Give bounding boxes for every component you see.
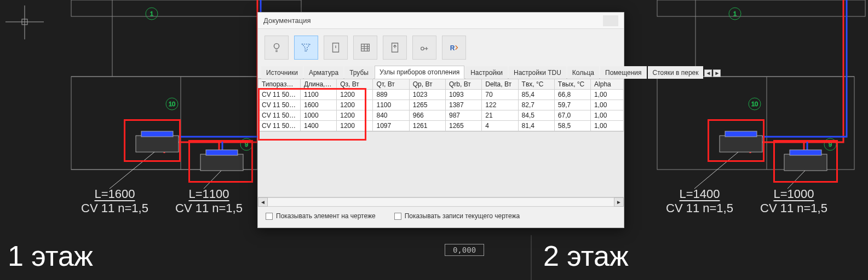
table-cell[interactable]: CV 11 500... <box>258 100 301 110</box>
dialog-titlebar[interactable]: Документация <box>258 13 624 29</box>
tab-risers[interactable]: Стояки в перек <box>648 66 704 79</box>
col-qt[interactable]: Qт, Вт <box>373 79 409 90</box>
checkbox-icon <box>394 213 401 220</box>
table-cell[interactable]: 85,4 <box>518 90 554 100</box>
table-cell[interactable]: 1200 <box>337 100 373 110</box>
table-row[interactable]: CV 11 500...100012008409669872184,567,01… <box>258 110 624 121</box>
export-icon[interactable] <box>383 36 407 60</box>
table-cell[interactable]: 66,8 <box>554 90 590 100</box>
svg-text:10: 10 <box>169 101 175 107</box>
checkbox-label: Показывать элемент на чертеже <box>276 212 376 220</box>
svg-rect-19 <box>206 150 238 155</box>
table-cell[interactable]: 1093 <box>446 90 482 100</box>
table-row[interactable]: CV 11 500...14001200109712611265481,458,… <box>258 121 624 131</box>
table-cell[interactable]: 1,00 <box>591 90 624 100</box>
svg-rect-18 <box>200 154 243 171</box>
diagram-icon[interactable] <box>412 36 436 60</box>
table-cell[interactable]: 67,0 <box>554 110 590 121</box>
table-cell[interactable]: 84,5 <box>518 110 554 121</box>
horizontal-scrollbar[interactable]: ◄ ► <box>258 197 624 207</box>
table-icon[interactable] <box>353 36 377 60</box>
tab-rings[interactable]: Кольца <box>567 66 599 79</box>
table-cell[interactable]: 1387 <box>446 100 482 110</box>
close-button[interactable] <box>603 15 618 26</box>
data-grid[interactable]: Типоразмер Длина, мм Qз, Вт Qт, Вт Qр, В… <box>258 79 624 197</box>
revit-icon[interactable]: R <box>442 36 466 60</box>
scroll-left-icon[interactable]: ◄ <box>258 197 268 207</box>
table-cell[interactable]: 1023 <box>409 90 445 100</box>
tab-settings[interactable]: Настройки <box>465 66 508 79</box>
table-cell[interactable]: 966 <box>409 110 445 121</box>
col-qrb[interactable]: Qrb, Вт <box>446 79 482 90</box>
tab-pipes[interactable]: Трубы <box>344 66 373 79</box>
table-cell[interactable]: 1400 <box>300 121 336 131</box>
warning-icon[interactable] <box>324 36 348 60</box>
floor-2-label: 2 этаж <box>543 240 629 272</box>
table-cell[interactable]: 4 <box>482 121 518 131</box>
checkbox-show-current-only[interactable]: Показывать записи текущего чертежа <box>394 212 520 220</box>
table-cell[interactable]: 1097 <box>373 121 409 131</box>
radiator-length: L=1400 <box>666 187 733 201</box>
svg-text:1: 1 <box>150 10 153 17</box>
col-type[interactable]: Типоразмер <box>258 79 301 90</box>
table-cell[interactable]: 987 <box>446 110 482 121</box>
lamp-icon[interactable] <box>265 36 289 60</box>
table-cell[interactable]: 840 <box>373 110 409 121</box>
table-cell[interactable]: 1,00 <box>591 110 624 121</box>
table-cell[interactable]: 81,4 <box>518 121 554 131</box>
table-cell[interactable]: 1100 <box>373 100 409 110</box>
table-cell[interactable]: 1,00 <box>591 121 624 131</box>
dialog-title: Документация <box>263 16 311 25</box>
table-cell[interactable]: 889 <box>373 90 409 100</box>
col-alpha[interactable]: Alpha <box>591 79 624 90</box>
table-cell[interactable]: 21 <box>482 110 518 121</box>
tab-scroll-right-icon[interactable]: ► <box>713 69 721 77</box>
table-cell[interactable]: 1600 <box>300 100 336 110</box>
table-cell[interactable]: 1200 <box>337 110 373 121</box>
table-cell[interactable]: 1,00 <box>591 100 624 110</box>
table-cell[interactable]: 70 <box>482 90 518 100</box>
table-cell[interactable]: 1200 <box>337 121 373 131</box>
tab-fittings[interactable]: Арматура <box>304 66 343 79</box>
filter-icon[interactable] <box>294 36 318 60</box>
table-cell[interactable]: 1261 <box>409 121 445 131</box>
table-cell[interactable]: CV 11 500... <box>258 90 301 100</box>
svg-point-39 <box>274 44 279 49</box>
radiator-label: L=1100 CV 11 n=1,5 <box>175 187 243 215</box>
tab-scroll-left-icon[interactable]: ◄ <box>704 69 712 77</box>
tab-rooms[interactable]: Помещения <box>600 66 646 79</box>
col-tin[interactable]: Tвх, °C <box>518 79 554 90</box>
table-cell[interactable]: 82,7 <box>518 100 554 110</box>
col-qp[interactable]: Qр, Вт <box>409 79 445 90</box>
table-cell[interactable]: CV 11 500... <box>258 110 301 121</box>
table-row[interactable]: CV 11 500...11001200889102310937085,466,… <box>258 90 624 100</box>
col-delta[interactable]: Delta, Вт <box>482 79 518 90</box>
table-row[interactable]: CV 11 500...1600120011001265138712282,75… <box>258 100 624 110</box>
table-cell[interactable]: 1100 <box>300 90 336 100</box>
scroll-track[interactable] <box>268 197 614 207</box>
table-cell[interactable]: CV 11 500... <box>258 121 301 131</box>
table-cell[interactable]: 122 <box>482 100 518 110</box>
floor-1-label: 1 этаж <box>8 240 93 272</box>
tab-settings-tdu[interactable]: Настройки TDU <box>509 66 566 79</box>
checkbox-show-on-drawing[interactable]: Показывать элемент на чертеже <box>266 212 376 220</box>
table-cell[interactable]: 58,5 <box>554 121 590 131</box>
grid-empty-area <box>258 131 624 197</box>
radiator-length: L=1100 <box>175 187 243 201</box>
col-qz[interactable]: Qз, Вт <box>337 79 373 90</box>
col-length[interactable]: Длина, мм <box>300 79 336 90</box>
tab-heating-nodes[interactable]: Узлы приборов отопления <box>375 66 464 79</box>
table-cell[interactable]: 1000 <box>300 110 336 121</box>
scroll-right-icon[interactable]: ► <box>614 197 624 207</box>
table-cell[interactable]: 1265 <box>409 100 445 110</box>
table-cell[interactable]: 1265 <box>446 121 482 131</box>
col-tout[interactable]: Tвых, °C <box>554 79 590 90</box>
checkbox-icon <box>266 213 273 220</box>
svg-line-37 <box>694 152 738 189</box>
table-cell[interactable]: 1200 <box>337 90 373 100</box>
tab-sources[interactable]: Источники <box>261 66 303 79</box>
svg-rect-40 <box>361 44 370 51</box>
table-cell[interactable]: 59,7 <box>554 100 590 110</box>
grid-header-row: Типоразмер Длина, мм Qз, Вт Qт, Вт Qр, В… <box>258 79 624 90</box>
radiator-type: CV 11 n=1,5 <box>666 201 733 215</box>
